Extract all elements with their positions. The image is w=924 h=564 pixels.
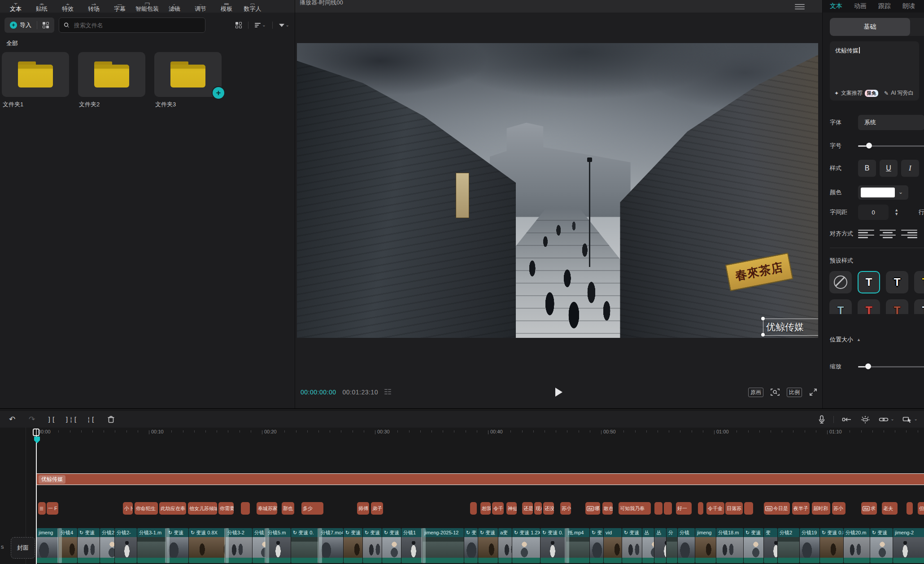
menu-item-模板[interactable]: ▦模板 — [214, 1, 240, 13]
subtab-basic[interactable]: 基础 — [830, 18, 910, 36]
video-clip[interactable]: ↻变速 — [78, 528, 100, 563]
subtitle-clip[interactable]: 小卜 — [123, 502, 133, 515]
folder-item[interactable]: 文件夹1 — [2, 52, 69, 109]
subtitle-clip[interactable]: 苏小 — [832, 502, 846, 515]
video-clip[interactable]: ↻变速 0.8 — [820, 528, 843, 563]
subtitle-clip[interactable]: 敢在 — [602, 502, 613, 515]
video-clip[interactable]: ↻变速 — [382, 528, 401, 563]
letter-spacing-value[interactable]: 0 — [858, 205, 889, 220]
underline-button[interactable]: U — [880, 160, 898, 177]
video-clip[interactable]: 分镜 — [253, 528, 266, 563]
selected-text-overlay[interactable]: 优鲸传媒 — [763, 319, 818, 336]
italic-button[interactable]: I — [901, 160, 919, 177]
menu-item-字幕[interactable]: ▭字幕 — [107, 1, 133, 13]
subtab-more[interactable] — [910, 18, 924, 36]
folder-item[interactable]: 文件夹2 — [78, 52, 145, 109]
subtitle-clip[interactable] — [907, 502, 913, 515]
auto-snap-icon[interactable] — [842, 416, 852, 423]
delete-button[interactable] — [103, 413, 118, 426]
split-button[interactable]: ][ — [44, 413, 59, 426]
transition-marker[interactable] — [421, 528, 426, 563]
subtitle-clip[interactable]: 夜半子 — [792, 502, 810, 515]
preset-extra[interactable]: T — [914, 299, 924, 314]
subtitle-clip[interactable]: 恕我 — [480, 502, 491, 515]
grid-view-button[interactable] — [234, 20, 244, 30]
subtitle-clip[interactable]: 届时邪 — [812, 502, 830, 515]
menu-item-文本[interactable]: T文本 — [3, 1, 29, 13]
video-clip[interactable]: jimeng-2 — [893, 528, 924, 563]
subtitle-clip[interactable]: 苏小 — [560, 502, 571, 515]
subtitle-clip[interactable]: Aa今日是 — [764, 502, 790, 515]
original-quality-button[interactable]: 原画 — [748, 388, 763, 397]
video-clip[interactable]: jimeng — [695, 528, 716, 563]
preview-axis-icon[interactable] — [860, 415, 871, 424]
subtitle-clip[interactable]: 他女儿苏倾城 — [188, 502, 217, 515]
video-clip[interactable]: 分镜3-2 — [226, 528, 252, 563]
video-clip[interactable]: 分镜2 — [778, 528, 799, 563]
video-clip[interactable]: 丛 — [654, 528, 666, 563]
scale-slider[interactable] — [858, 363, 924, 370]
preset-brick[interactable]: T — [886, 299, 908, 314]
player-menu-icon[interactable] — [795, 3, 805, 11]
video-clip[interactable]: ↻变速 — [744, 528, 763, 563]
subtitle-clip[interactable]: 你需要 — [218, 502, 234, 515]
video-clip[interactable]: ↻变速 1.2X — [512, 528, 540, 563]
subtitle-clip[interactable]: 老夫 — [882, 502, 898, 515]
subtitle-clip[interactable]: 日落苏 — [725, 502, 743, 515]
selection-handle[interactable] — [761, 333, 765, 337]
split-keep-right-button[interactable]: ¦[ — [83, 413, 99, 426]
text-content-box[interactable]: 优鲸传媒 ✦ 文案推荐 限免 ✎ AI 写旁白 — [830, 41, 919, 101]
fullscreen-icon[interactable] — [809, 388, 817, 396]
subtitle-clip[interactable] — [698, 502, 703, 515]
subtitle-clip[interactable]: ☰ — [38, 502, 46, 515]
folder-item[interactable]: +文件夹3 — [154, 52, 222, 109]
playhead-line[interactable] — [36, 428, 37, 564]
menu-item-特效[interactable]: ✶特效 — [55, 1, 81, 13]
video-clip[interactable]: 丛 — [642, 528, 654, 563]
selection-handle[interactable] — [761, 317, 765, 320]
playhead-head[interactable] — [33, 428, 39, 436]
align-center-icon[interactable] — [880, 227, 896, 240]
transition-marker[interactable] — [165, 528, 170, 563]
subtitle-clip[interactable]: 但 — [918, 502, 924, 515]
filter-button[interactable]: ⌄ — [277, 21, 291, 30]
video-clip[interactable]: 分镜18.m — [716, 528, 743, 563]
font-select[interactable]: 系统 — [858, 115, 924, 130]
ai-write-button[interactable]: AI 写旁白 — [891, 89, 914, 97]
subtitle-clip[interactable] — [654, 502, 662, 515]
subtitle-clip[interactable]: 此劫应在奉 — [159, 502, 186, 515]
subtitle-clip[interactable]: 你命犯生 — [135, 502, 158, 515]
redo-button[interactable]: ↷ — [24, 413, 39, 426]
preset-heavy-outline[interactable]: T — [886, 271, 908, 293]
add-badge-icon[interactable]: + — [212, 86, 225, 100]
video-clip[interactable]: 分镜1 — [401, 528, 422, 563]
record-voiceover-icon[interactable] — [818, 415, 825, 424]
video-clip[interactable]: ↻变速 — [363, 528, 382, 563]
subtitle-clip[interactable]: 令千金 — [706, 502, 724, 515]
subtitle-clip[interactable]: 弟子 — [371, 502, 383, 515]
split-keep-left-button[interactable]: ]¦[ — [64, 413, 79, 426]
video-clip[interactable]: ↻变速 — [344, 528, 362, 563]
video-clip[interactable]: 分镜7.mo4 — [319, 528, 343, 563]
video-clip[interactable]: a变 — [498, 528, 512, 563]
video-clip[interactable]: ↻变 — [464, 528, 478, 563]
menu-item-智能包装[interactable]: ❒智能包装 — [133, 1, 161, 13]
inspector-tab-动画[interactable]: 动画 — [854, 2, 867, 10]
video-clip[interactable]: ↻变速 0.8X — [189, 528, 225, 563]
subtitle-clip[interactable]: 可知我乃奉 — [619, 502, 651, 515]
video-clip[interactable]: jimeng — [37, 528, 58, 563]
link-tool[interactable]: ⌄ — [879, 416, 894, 423]
time-ruler[interactable]: 00:0000:1000:2000:3000:4000:5001:0001:10 — [26, 428, 924, 443]
subtitle-clip[interactable]: Aa哪里 — [585, 502, 600, 515]
preset-tealgray[interactable]: T — [829, 299, 852, 314]
select-tool[interactable]: ⌄ — [902, 416, 918, 423]
preset-red[interactable]: T — [858, 299, 880, 314]
undo-button[interactable]: ↶ — [4, 413, 20, 426]
aspect-ratio-button[interactable]: 比例 — [787, 388, 802, 397]
position-size-header[interactable]: 位置大小 ▲ — [830, 336, 861, 344]
video-preview[interactable]: 春來茶店 优鲸传媒 ↻ — [297, 43, 818, 338]
frame-view-icon[interactable] — [384, 389, 392, 395]
inspector-tab-朗读[interactable]: 朗读 — [902, 2, 915, 10]
text-track-clip[interactable]: 优鲸传媒 — [36, 473, 924, 485]
video-clip[interactable]: vid — [604, 528, 622, 563]
